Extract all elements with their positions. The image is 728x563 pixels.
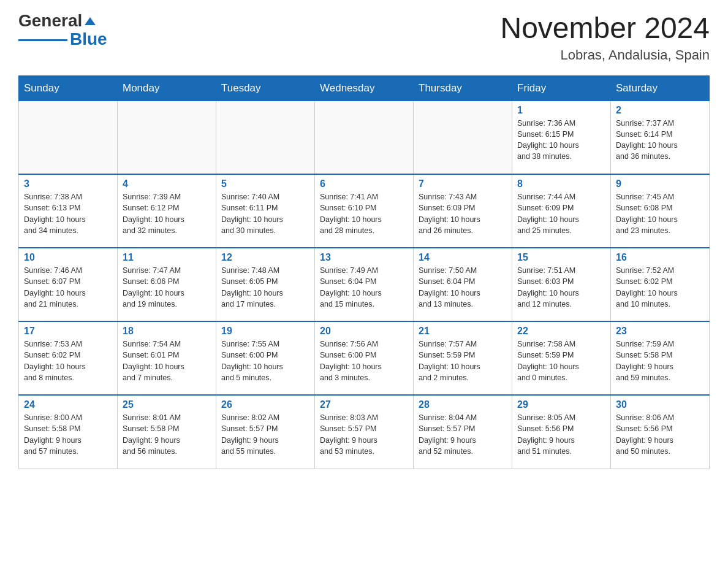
calendar-day-cell: 15Sunrise: 7:51 AM Sunset: 6:03 PM Dayli… [512, 248, 611, 321]
page-header: General Blue November 2024 Lobras, Andal… [18, 12, 710, 63]
day-number: 19 [221, 326, 309, 337]
day-number: 30 [616, 399, 704, 410]
calendar-week-row: 10Sunrise: 7:46 AM Sunset: 6:07 PM Dayli… [19, 248, 710, 321]
calendar-day-cell: 30Sunrise: 8:06 AM Sunset: 5:56 PM Dayli… [611, 395, 710, 469]
calendar-day-cell: 22Sunrise: 7:58 AM Sunset: 5:59 PM Dayli… [512, 321, 611, 395]
day-number: 29 [517, 399, 605, 410]
calendar-header-row: SundayMondayTuesdayWednesdayThursdayFrid… [19, 75, 710, 101]
day-info: Sunrise: 7:51 AM Sunset: 6:03 PM Dayligh… [517, 265, 605, 310]
day-info: Sunrise: 7:37 AM Sunset: 6:14 PM Dayligh… [616, 118, 704, 163]
day-info: Sunrise: 7:48 AM Sunset: 6:05 PM Dayligh… [221, 265, 309, 310]
day-number: 10 [24, 252, 112, 263]
calendar-day-cell: 20Sunrise: 7:56 AM Sunset: 6:00 PM Dayli… [315, 321, 414, 395]
day-info: Sunrise: 7:56 AM Sunset: 6:00 PM Dayligh… [320, 339, 408, 383]
calendar-day-cell: 5Sunrise: 7:40 AM Sunset: 6:11 PM Daylig… [216, 174, 315, 248]
calendar-week-row: 17Sunrise: 7:53 AM Sunset: 6:02 PM Dayli… [19, 321, 710, 395]
day-info: Sunrise: 8:06 AM Sunset: 5:56 PM Dayligh… [616, 412, 704, 457]
calendar-day-cell: 10Sunrise: 7:46 AM Sunset: 6:07 PM Dayli… [19, 248, 118, 321]
day-number: 14 [419, 252, 507, 263]
column-header-tuesday: Tuesday [216, 75, 315, 101]
day-info: Sunrise: 7:54 AM Sunset: 6:01 PM Dayligh… [123, 339, 211, 383]
calendar-day-cell: 27Sunrise: 8:03 AM Sunset: 5:57 PM Dayli… [315, 395, 414, 469]
calendar-day-cell: 16Sunrise: 7:52 AM Sunset: 6:02 PM Dayli… [611, 248, 710, 321]
calendar-day-cell: 1Sunrise: 7:36 AM Sunset: 6:15 PM Daylig… [512, 101, 611, 174]
calendar-day-cell: 25Sunrise: 8:01 AM Sunset: 5:58 PM Dayli… [118, 395, 216, 469]
day-number: 21 [419, 326, 507, 337]
day-number: 28 [419, 399, 507, 410]
calendar-day-cell: 17Sunrise: 7:53 AM Sunset: 6:02 PM Dayli… [19, 321, 118, 395]
day-number: 11 [123, 252, 211, 263]
day-info: Sunrise: 7:41 AM Sunset: 6:10 PM Dayligh… [320, 191, 408, 236]
calendar-day-cell [19, 101, 118, 174]
day-number: 20 [320, 326, 408, 337]
calendar-day-cell: 9Sunrise: 7:45 AM Sunset: 6:08 PM Daylig… [611, 174, 710, 248]
column-header-thursday: Thursday [414, 75, 512, 101]
day-number: 16 [616, 252, 704, 263]
column-header-friday: Friday [512, 75, 611, 101]
calendar-day-cell: 7Sunrise: 7:43 AM Sunset: 6:09 PM Daylig… [414, 174, 512, 248]
logo-blue-text: Blue [70, 29, 107, 49]
day-number: 22 [517, 326, 605, 337]
day-info: Sunrise: 8:02 AM Sunset: 5:57 PM Dayligh… [221, 412, 309, 457]
day-number: 7 [419, 178, 507, 190]
day-info: Sunrise: 8:05 AM Sunset: 5:56 PM Dayligh… [517, 412, 605, 457]
calendar-week-row: 24Sunrise: 8:00 AM Sunset: 5:58 PM Dayli… [19, 395, 710, 469]
day-number: 3 [24, 178, 112, 190]
day-info: Sunrise: 7:52 AM Sunset: 6:02 PM Dayligh… [616, 265, 704, 310]
calendar-day-cell: 4Sunrise: 7:39 AM Sunset: 6:12 PM Daylig… [118, 174, 216, 248]
calendar-day-cell [315, 101, 414, 174]
calendar-day-cell: 23Sunrise: 7:59 AM Sunset: 5:58 PM Dayli… [611, 321, 710, 395]
day-number: 4 [123, 178, 211, 190]
column-header-saturday: Saturday [611, 75, 710, 101]
day-info: Sunrise: 7:59 AM Sunset: 5:58 PM Dayligh… [616, 339, 704, 383]
calendar-day-cell: 6Sunrise: 7:41 AM Sunset: 6:10 PM Daylig… [315, 174, 414, 248]
day-info: Sunrise: 7:39 AM Sunset: 6:12 PM Dayligh… [123, 191, 211, 236]
day-info: Sunrise: 8:04 AM Sunset: 5:57 PM Dayligh… [419, 412, 507, 457]
day-info: Sunrise: 7:55 AM Sunset: 6:00 PM Dayligh… [221, 339, 309, 383]
calendar-table: SundayMondayTuesdayWednesdayThursdayFrid… [18, 75, 710, 469]
day-info: Sunrise: 7:57 AM Sunset: 5:59 PM Dayligh… [419, 339, 507, 383]
day-number: 1 [517, 105, 605, 116]
day-info: Sunrise: 7:46 AM Sunset: 6:07 PM Dayligh… [24, 265, 112, 310]
column-header-sunday: Sunday [19, 75, 118, 101]
day-number: 23 [616, 326, 704, 337]
day-number: 13 [320, 252, 408, 263]
month-year-title: November 2024 [500, 12, 710, 45]
calendar-week-row: 1Sunrise: 7:36 AM Sunset: 6:15 PM Daylig… [19, 101, 710, 174]
day-info: Sunrise: 7:49 AM Sunset: 6:04 PM Dayligh… [320, 265, 408, 310]
day-number: 24 [24, 399, 112, 410]
day-number: 5 [221, 178, 309, 190]
calendar-day-cell: 29Sunrise: 8:05 AM Sunset: 5:56 PM Dayli… [512, 395, 611, 469]
day-info: Sunrise: 8:03 AM Sunset: 5:57 PM Dayligh… [320, 412, 408, 457]
day-info: Sunrise: 8:00 AM Sunset: 5:58 PM Dayligh… [24, 412, 112, 457]
logo-line [18, 39, 67, 41]
day-info: Sunrise: 7:58 AM Sunset: 5:59 PM Dayligh… [517, 339, 605, 383]
day-number: 9 [616, 178, 704, 190]
calendar-day-cell: 14Sunrise: 7:50 AM Sunset: 6:04 PM Dayli… [414, 248, 512, 321]
day-number: 18 [123, 326, 211, 337]
calendar-day-cell [414, 101, 512, 174]
calendar-day-cell: 2Sunrise: 7:37 AM Sunset: 6:14 PM Daylig… [611, 101, 710, 174]
calendar-day-cell: 18Sunrise: 7:54 AM Sunset: 6:01 PM Dayli… [118, 321, 216, 395]
day-number: 8 [517, 178, 605, 190]
day-number: 17 [24, 326, 112, 337]
column-header-wednesday: Wednesday [315, 75, 414, 101]
calendar-day-cell: 28Sunrise: 8:04 AM Sunset: 5:57 PM Dayli… [414, 395, 512, 469]
calendar-week-row: 3Sunrise: 7:38 AM Sunset: 6:13 PM Daylig… [19, 174, 710, 248]
calendar-day-cell [216, 101, 315, 174]
day-number: 12 [221, 252, 309, 263]
day-info: Sunrise: 8:01 AM Sunset: 5:58 PM Dayligh… [123, 412, 211, 457]
calendar-day-cell: 26Sunrise: 8:02 AM Sunset: 5:57 PM Dayli… [216, 395, 315, 469]
calendar-day-cell: 24Sunrise: 8:00 AM Sunset: 5:58 PM Dayli… [19, 395, 118, 469]
day-number: 26 [221, 399, 309, 410]
calendar-day-cell: 3Sunrise: 7:38 AM Sunset: 6:13 PM Daylig… [19, 174, 118, 248]
day-info: Sunrise: 7:44 AM Sunset: 6:09 PM Dayligh… [517, 191, 605, 236]
day-info: Sunrise: 7:43 AM Sunset: 6:09 PM Dayligh… [419, 191, 507, 236]
day-info: Sunrise: 7:38 AM Sunset: 6:13 PM Dayligh… [24, 191, 112, 236]
day-info: Sunrise: 7:53 AM Sunset: 6:02 PM Dayligh… [24, 339, 112, 383]
calendar-day-cell: 19Sunrise: 7:55 AM Sunset: 6:00 PM Dayli… [216, 321, 315, 395]
column-header-monday: Monday [118, 75, 216, 101]
day-info: Sunrise: 7:45 AM Sunset: 6:08 PM Dayligh… [616, 191, 704, 236]
day-number: 27 [320, 399, 408, 410]
calendar-day-cell: 8Sunrise: 7:44 AM Sunset: 6:09 PM Daylig… [512, 174, 611, 248]
